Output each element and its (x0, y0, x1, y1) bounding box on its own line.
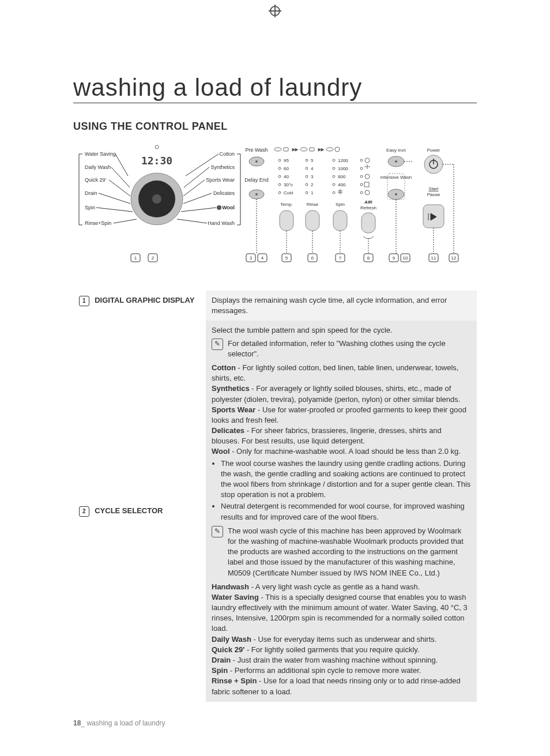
svg-rect-68 (306, 210, 319, 231)
svg-line-9 (109, 180, 130, 196)
svg-text:Temp.: Temp. (280, 202, 293, 207)
svg-text:9: 9 (393, 255, 395, 261)
svg-text:11: 11 (431, 255, 436, 261)
svg-text:1: 1 (134, 255, 137, 261)
svg-line-15 (114, 219, 137, 223)
svg-point-70 (333, 159, 335, 161)
control-panel-diagram: 12:30 Water Saving Daily Wash Quick 29' … (73, 138, 477, 277)
note-icon: ✎ (212, 338, 223, 350)
svg-point-82 (360, 159, 363, 161)
svg-text:2: 2 (311, 182, 314, 187)
svg-text:Rinse: Rinse (307, 202, 319, 207)
svg-text:Hand Wash: Hand Wash (208, 220, 235, 226)
row-body: Displays the remaining wash cycle time, … (206, 291, 477, 321)
svg-point-101 (395, 193, 397, 195)
svg-point-63 (306, 183, 308, 186)
rinse-column: 5 4 3 2 1 Rinse (306, 158, 319, 254)
svg-text:Easy Iron: Easy Iron (386, 148, 406, 153)
marker-row: 1 2 3 4 5 6 7 8 9 10 11 12 (131, 254, 458, 262)
svg-point-52 (278, 191, 281, 194)
prewash-delay-column: Pre Wash Delay End (244, 147, 269, 254)
page-footer: 18_ washing a load of laundry (73, 719, 477, 727)
svg-rect-93 (361, 213, 375, 233)
note-icon: ✎ (212, 526, 223, 537)
dial-right-labels: Cotton Synthetics Sports Wear Delicates … (177, 151, 235, 226)
def-sportswear: Sports Wear - Use for water-proofed or p… (212, 405, 471, 426)
power-start-column: Power Start Pause (423, 148, 454, 254)
svg-point-90 (365, 190, 370, 195)
svg-line-28 (177, 219, 207, 223)
svg-point-97 (395, 160, 397, 163)
svg-line-21 (183, 180, 205, 196)
svg-point-44 (278, 159, 281, 161)
svg-point-36 (274, 148, 281, 151)
svg-text:Start: Start (429, 186, 439, 191)
svg-text:Drain: Drain (85, 190, 97, 196)
svg-line-23 (183, 193, 212, 204)
svg-line-26 (181, 208, 216, 212)
page-title: washing a load of laundry (73, 74, 477, 103)
svg-text:Pause: Pause (427, 192, 440, 197)
svg-text:Intensive Wash: Intensive Wash (381, 175, 412, 180)
svg-text:Spin: Spin (336, 202, 345, 207)
svg-text:30°c: 30°c (284, 182, 293, 187)
svg-rect-55 (280, 210, 293, 231)
def-cotton: Cotton - For lightly soiled cotton, bed … (212, 363, 471, 383)
def-quick29: Quick 29' - For lightly soiled garments … (212, 645, 471, 655)
row-num: 1 (79, 296, 89, 306)
note-cycle-selector-ref: ✎ For detailed information, refer to "Wa… (212, 338, 471, 359)
display-time: 12:30 (141, 155, 172, 167)
svg-point-84 (360, 167, 363, 170)
svg-point-3 (155, 145, 159, 149)
svg-rect-37 (284, 148, 288, 151)
svg-point-85 (360, 175, 363, 178)
svg-text:1000: 1000 (338, 166, 348, 171)
svg-line-5 (115, 154, 128, 176)
svg-point-46 (278, 167, 281, 170)
def-dailywash: Daily Wash - Use for everyday items such… (212, 634, 471, 645)
svg-rect-88 (364, 182, 369, 187)
svg-text:Sports Wear: Sports Wear (206, 177, 235, 183)
svg-text:Spin: Spin (85, 205, 95, 210)
svg-point-25 (217, 205, 221, 210)
svg-text:Daily Wash: Daily Wash (85, 164, 111, 170)
svg-point-87 (360, 183, 363, 186)
svg-text:4: 4 (261, 255, 264, 261)
row-cycle-selector: 2 CYCLE SELECTOR Select the tumble patte… (73, 321, 477, 701)
svg-text:60: 60 (284, 166, 289, 171)
def-synthetics: Synthetics - For averagely or lightly so… (212, 383, 471, 404)
svg-point-89 (360, 191, 363, 194)
svg-text:Quick 29': Quick 29' (85, 177, 107, 183)
svg-text:95: 95 (284, 158, 289, 163)
svg-text:1: 1 (311, 190, 314, 195)
svg-text:▸▸: ▸▸ (318, 146, 324, 152)
svg-point-78 (333, 191, 335, 194)
svg-point-48 (278, 175, 281, 178)
svg-text:40: 40 (284, 174, 289, 179)
intro: Select the tumble pattern and spin speed… (212, 325, 471, 336)
svg-point-42 (326, 148, 333, 151)
page: washing a load of laundry USING THE CONT… (39, 16, 511, 750)
svg-rect-80 (333, 210, 347, 231)
temp-column: 95 60 40 30°c Cold Temp. (278, 158, 293, 254)
svg-point-65 (306, 191, 308, 194)
note-woolmark: ✎ The wool wash cycle of this machine ha… (212, 526, 471, 578)
svg-point-74 (333, 175, 335, 178)
svg-text:Pre Wash: Pre Wash (245, 147, 268, 153)
row-title: DIGITAL GRAPHIC DISPLAY (95, 296, 194, 304)
svg-text:5: 5 (311, 158, 314, 163)
row-title: CYCLE SELECTOR (95, 507, 163, 516)
svg-text:Delay End: Delay End (244, 177, 269, 183)
row-num: 2 (79, 506, 89, 517)
svg-point-50 (278, 183, 281, 186)
svg-text:AIR: AIR (364, 200, 372, 205)
svg-text:Synthetics: Synthetics (210, 164, 235, 170)
def-drain: Drain - Just drain the water from washin… (212, 655, 471, 665)
svg-point-2 (152, 194, 161, 204)
svg-point-86 (365, 174, 370, 179)
def-delicates: Delicates - For sheer fabrics, brassiere… (212, 426, 471, 446)
svg-text:3: 3 (250, 255, 253, 261)
svg-text:Delicates: Delicates (213, 190, 235, 196)
svg-text:1200: 1200 (338, 158, 348, 163)
def-wool: Wool - Only for machine-washable wool. A… (212, 446, 471, 457)
